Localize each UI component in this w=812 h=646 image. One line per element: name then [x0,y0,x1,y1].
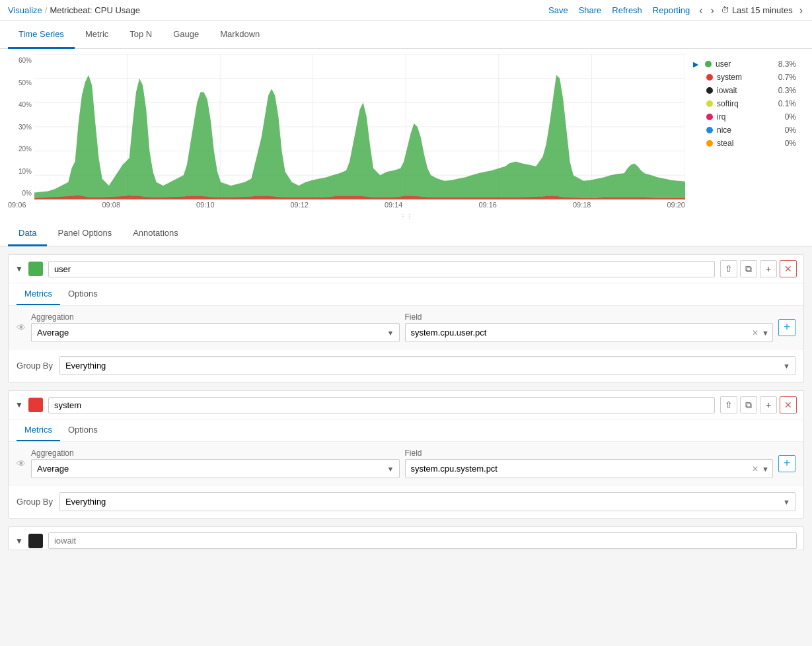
breadcrumb-separator: / [45,5,48,15]
series-user-eye-icon[interactable]: 👁 [17,322,26,333]
series-user-group-by-select[interactable]: Everything [59,356,795,375]
legend-dot-iowait [706,87,713,94]
x-axis-labels: 09:06 09:08 09:10 09:12 09:14 09:16 09:1… [0,199,693,211]
series-system-chevron[interactable]: ▼ [15,400,23,410]
series-system-aggregation-label: Aggregation [31,449,400,458]
series-user-delete-btn[interactable]: ✕ [780,260,797,277]
legend-dot-nice [706,127,713,133]
series-user-color-swatch[interactable] [28,262,43,276]
series-system-subtab-options[interactable]: Options [60,419,106,441]
series-system-group-by-wrap: Everything ▼ [59,492,795,511]
series-system-field-input[interactable] [405,459,774,478]
time-range-label: Last 15 minutes [732,5,793,15]
series-user-aggregation-select[interactable]: Average Sum Min Max [31,323,400,342]
series-system-subtab-metrics[interactable]: Metrics [17,419,60,441]
series-user-field-clear[interactable]: ✕ [752,328,758,338]
tab-metric[interactable]: Metric [75,21,119,49]
tab-time-series[interactable]: Time Series [8,21,75,49]
legend-value-user: 8.3% [778,59,796,69]
nav-next-arrow[interactable]: › [710,5,716,17]
series-user-metric-row: 👁 Aggregation Average Sum Min Max ▼ [9,306,803,349]
series-user-add-metric-btn[interactable]: + [778,319,795,336]
data-section: Data Panel Options Annotations ▼ ⇧ ⧉ + ✕… [0,221,812,550]
y-axis: 60% 50% 40% 30% 20% 10% 0% [8,54,34,199]
tab-top-n[interactable]: Top N [119,21,163,49]
chart-svg [34,54,685,199]
data-tab-panel-options[interactable]: Panel Options [47,221,122,246]
series-system-delete-btn[interactable]: ✕ [780,396,797,413]
series-system-copy-btn[interactable]: ⧉ [740,396,757,413]
series-system-field-clear[interactable]: ✕ [752,464,758,474]
series-user-add-btn[interactable]: + [760,260,777,277]
series-system-eye-icon[interactable]: 👁 [17,458,26,469]
series-system-aggregation-select[interactable]: Average Sum Min Max [31,459,400,478]
page-title: Metricbeat: CPU Usage [50,5,140,15]
series-system-group-by-select-group: Everything ▼ [59,492,795,511]
legend-dot-softirq [706,100,713,107]
series-user-name-input[interactable] [48,261,715,277]
series-system-field-group: Field ✕ ▼ [405,449,774,478]
series-user-field-input[interactable] [405,323,774,342]
series-system-move-up-btn[interactable]: ⇧ [720,396,737,413]
series-system-name-input[interactable] [48,397,715,413]
data-tab-data[interactable]: Data [8,221,47,246]
breadcrumb-visualize[interactable]: Visualize [8,5,42,15]
legend-value-irq: 0% [785,112,796,122]
legend-name-iowait: iowait [717,86,737,95]
legend-name-system: system [717,73,742,82]
share-button[interactable]: Share [576,4,605,17]
series-user-group-by-label: Group By [17,361,53,371]
tab-markdown[interactable]: Markdown [209,21,270,49]
legend-item-steal[interactable]: steal 0% [693,139,796,148]
legend-name-irq: irq [717,112,725,122]
data-tabs: Data Panel Options Annotations [0,221,812,246]
series-system-metric-row: 👁 Aggregation Average Sum Min Max ▼ [9,442,803,485]
legend-item-user[interactable]: ▶ user 8.3% [693,59,796,69]
refresh-button[interactable]: Refresh [609,4,645,17]
series-user-header: ▼ ⇧ ⧉ + ✕ [9,255,803,283]
series-user-subtab-metrics[interactable]: Metrics [17,283,60,305]
legend-value-steal: 0% [785,139,796,148]
series-user-chevron[interactable]: ▼ [15,264,23,273]
legend-item-system[interactable]: system 0.7% [693,73,796,82]
series-system-add-btn[interactable]: + [760,396,777,413]
data-tab-annotations[interactable]: Annotations [122,221,189,246]
series-system-group-by-select[interactable]: Everything [59,492,795,511]
series-user-aggregation-label: Aggregation [31,312,400,322]
reporting-button[interactable]: Reporting [650,4,692,17]
legend-name-steal: steal [717,139,733,148]
series-user-move-up-btn[interactable]: ⇧ [720,260,737,277]
series-user-field-caret[interactable]: ▼ [762,329,769,337]
series-system-color-swatch[interactable] [28,398,43,412]
viz-tabs: Time Series Metric Top N Gauge Markdown [0,21,812,49]
series-third-name-input[interactable] [48,532,797,549]
time-range-expand[interactable]: › [798,5,804,17]
series-user-field-label: Field [405,312,774,322]
series-user-copy-btn[interactable]: ⧉ [740,260,757,277]
svg-marker-15 [34,75,685,199]
series-third-color-swatch[interactable] [28,534,43,548]
series-user-group-by-row: Group By Everything ▼ [9,349,803,382]
time-range[interactable]: ⏱ Last 15 minutes [721,5,793,15]
series-third-chevron[interactable]: ▼ [15,536,23,546]
series-third-header: ▼ [9,527,803,550]
legend-value-system: 0.7% [778,73,796,82]
legend-value-iowait: 0.3% [778,86,796,95]
chart-drag-handle[interactable]: ⋮⋮ [0,211,812,221]
series-user-field-group: Field ✕ ▼ [405,312,774,342]
legend-item-nice[interactable]: nice 0% [693,126,796,135]
legend-item-softirq[interactable]: softirq 0.1% [693,99,796,108]
legend-item-irq[interactable]: irq 0% [693,112,796,122]
series-system-add-metric-btn[interactable]: + [778,455,795,472]
series-user-subtab-options[interactable]: Options [60,283,106,305]
top-bar: Visualize / Metricbeat: CPU Usage Save S… [0,0,812,21]
series-user-subtabs: Metrics Options [9,283,803,306]
nav-prev-arrow[interactable]: ‹ [698,5,704,17]
tab-gauge[interactable]: Gauge [163,21,209,49]
legend-item-iowait[interactable]: iowait 0.3% [693,86,796,95]
save-button[interactable]: Save [546,4,571,17]
chart-area: 60% 50% 40% 30% 20% 10% 0% [8,54,685,199]
series-system-field-caret[interactable]: ▼ [762,465,769,473]
series-system-group-by-label: Group By [17,497,53,507]
legend-expand-user[interactable]: ▶ [693,60,698,69]
